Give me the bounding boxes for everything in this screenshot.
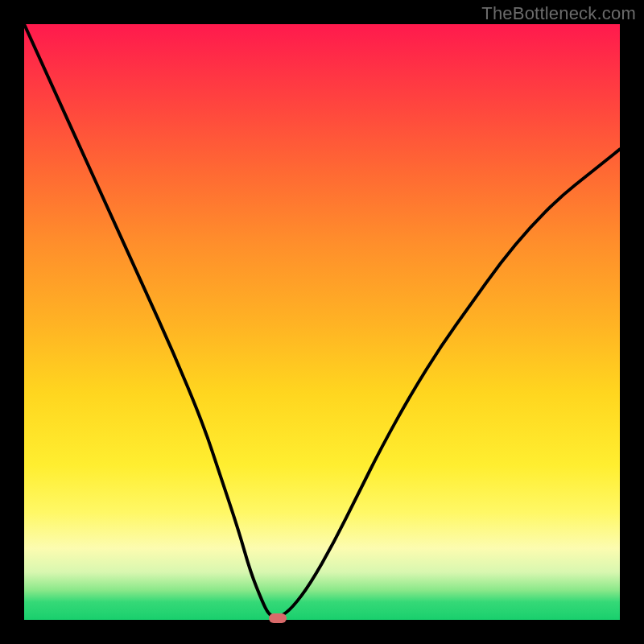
- plot-area: [24, 24, 620, 620]
- bottleneck-curve: [24, 24, 620, 620]
- chart-frame: TheBottleneck.com: [0, 0, 644, 644]
- curve-path: [24, 24, 620, 617]
- optimum-marker: [269, 613, 287, 623]
- watermark-text: TheBottleneck.com: [481, 3, 636, 24]
